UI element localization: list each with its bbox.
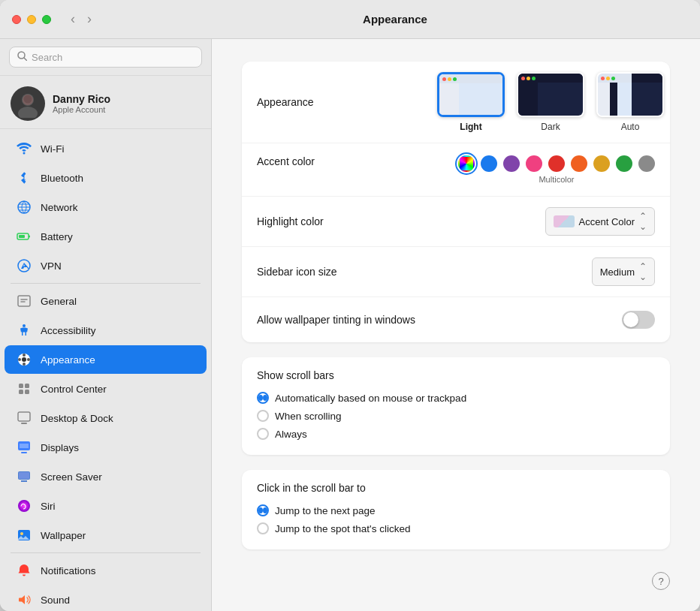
- appearance-icon: [15, 351, 33, 369]
- system-preferences-window: ‹ › Appearance: [0, 0, 700, 611]
- sidebar-item-accessibility[interactable]: Accessibility: [5, 316, 207, 345]
- sidebar-item-controlcenter[interactable]: Control Center: [5, 375, 207, 403]
- sidebar-item-bluetooth[interactable]: Bluetooth: [5, 164, 207, 192]
- click-spot-label: Jump to the spot that's clicked: [275, 523, 410, 534]
- scroll-bar-auto-label: Automatically based on mouse or trackpad: [275, 393, 466, 404]
- scroll-bar-scrolling-radio[interactable]: [257, 410, 269, 422]
- accent-color-blue[interactable]: [481, 155, 497, 172]
- sidebar-item-desktopanddock[interactable]: Desktop & Dock: [5, 404, 207, 432]
- divider-2: [11, 552, 201, 553]
- avatar: [11, 86, 45, 121]
- maximize-button[interactable]: [42, 15, 51, 24]
- displays-icon: [15, 438, 33, 456]
- network-icon: [15, 198, 33, 216]
- svg-rect-8: [29, 236, 30, 238]
- scroll-bar-always-radio[interactable]: [257, 428, 269, 440]
- click-spot-radio[interactable]: [257, 522, 269, 534]
- sidebar-label-siri: Siri: [41, 501, 56, 512]
- svg-point-31: [20, 532, 23, 535]
- tl-dot-6: [532, 77, 536, 80]
- wallpaper-tinting-control: [437, 311, 655, 329]
- color-row: [458, 155, 655, 172]
- appearance-thumb-light[interactable]: [437, 72, 505, 117]
- appearance-thumb-dark[interactable]: [517, 72, 584, 117]
- back-button[interactable]: ‹: [66, 10, 80, 29]
- scroll-bar-always-item[interactable]: Always: [257, 425, 655, 443]
- content-area: Danny Rico Apple Account Wi-Fi: [0, 39, 700, 611]
- search-input[interactable]: [32, 52, 194, 63]
- sidebar-item-general[interactable]: General: [5, 287, 207, 315]
- sidebar-item-wallpaper[interactable]: Wallpaper: [5, 521, 207, 549]
- help-button[interactable]: ?: [652, 572, 670, 590]
- appearance-option-auto-label: Auto: [621, 122, 640, 132]
- tl-dot-4: [521, 77, 525, 80]
- user-profile-item[interactable]: Danny Rico Apple Account: [0, 76, 211, 129]
- highlight-color-picker[interactable]: Accent Color ⌃⌄: [545, 207, 655, 236]
- sidebar-label-general: General: [41, 296, 77, 307]
- sidebar-item-notifications[interactable]: Notifications: [5, 556, 207, 585]
- scroll-bar-scrolling-item[interactable]: When scrolling: [257, 407, 655, 425]
- tl-dot-2: [448, 77, 451, 81]
- svg-rect-25: [21, 423, 27, 424]
- sidebar-item-screensaver[interactable]: Screen Saver: [5, 462, 207, 491]
- appearance-option-dark[interactable]: Dark: [517, 72, 584, 132]
- tl-dot-8: [606, 77, 610, 80]
- svg-point-5: [24, 95, 32, 104]
- sidebar-item-network[interactable]: Network: [5, 193, 207, 221]
- wallpaper-tinting-toggle[interactable]: [622, 311, 655, 329]
- forward-button[interactable]: ›: [83, 10, 96, 29]
- accent-color-control: Multicolor: [437, 155, 655, 184]
- sidebar-item-siri[interactable]: Siri: [5, 492, 207, 520]
- svg-rect-23: [25, 390, 29, 394]
- accent-color-purple[interactable]: [503, 155, 520, 172]
- appearance-option-light[interactable]: Light: [437, 72, 505, 132]
- appearance-option-dark-label: Dark: [541, 122, 560, 132]
- click-next-page-radio[interactable]: [257, 504, 269, 516]
- help-row: ?: [242, 564, 670, 590]
- appearance-thumb-auto[interactable]: [596, 72, 664, 117]
- accent-color-gray[interactable]: [638, 155, 655, 172]
- sidebar-label-sound: Sound: [41, 594, 70, 606]
- sidebar-item-vpn[interactable]: VPN: [5, 251, 207, 280]
- accent-color-multicolor[interactable]: [458, 155, 475, 172]
- bluetooth-icon: [15, 169, 33, 187]
- svg-line-1: [24, 58, 27, 61]
- appearance-control: Light: [437, 72, 664, 132]
- thumb-bar-light: [439, 74, 505, 83]
- accent-color-pink[interactable]: [526, 155, 542, 172]
- user-info: Danny Rico Apple Account: [53, 93, 110, 114]
- sidebar-item-sound[interactable]: Sound: [5, 585, 207, 611]
- svg-point-29: [18, 500, 30, 512]
- accent-color-orange[interactable]: [571, 155, 587, 172]
- sidebar-item-displays[interactable]: Displays: [5, 433, 207, 462]
- sidebar-icon-size-control: Medium ⌃⌄: [437, 257, 655, 286]
- sidebar-item-appearance[interactable]: Appearance: [5, 345, 207, 374]
- sidebar-item-wifi[interactable]: Wi-Fi: [5, 134, 207, 163]
- scroll-bar-auto-item[interactable]: Automatically based on mouse or trackpad: [257, 389, 655, 407]
- sidebar-label-accessibility: Accessibility: [41, 325, 96, 336]
- svg-rect-9: [19, 235, 25, 238]
- accent-color-red[interactable]: [548, 155, 565, 172]
- svg-rect-24: [18, 412, 30, 421]
- close-button[interactable]: [12, 15, 21, 24]
- appearance-option-auto[interactable]: Auto: [596, 72, 664, 132]
- accent-color-label: Accent color: [257, 155, 437, 167]
- click-scroll-bar-section: Click in the scroll bar to Jump to the n…: [242, 470, 670, 549]
- accent-color-row: Accent color: [242, 143, 670, 197]
- sidebar-icon-size-value: Medium: [600, 266, 635, 278]
- search-box: [9, 47, 202, 68]
- accent-color-yellow[interactable]: [593, 155, 610, 172]
- sidebar-label-wifi: Wi-Fi: [41, 143, 64, 155]
- click-next-page-item[interactable]: Jump to the next page: [257, 501, 655, 519]
- radio-fill: [258, 395, 263, 401]
- minimize-button[interactable]: [27, 15, 36, 24]
- show-scroll-bars-title: Show scroll bars: [257, 369, 655, 381]
- scroll-bar-auto-radio[interactable]: [257, 392, 269, 404]
- thumb-light-wrapper: [439, 74, 505, 117]
- sidebar-label-displays: Displays: [41, 442, 79, 453]
- click-spot-item[interactable]: Jump to the spot that's clicked: [257, 519, 655, 537]
- sidebar-icon-size-picker[interactable]: Medium ⌃⌄: [592, 257, 655, 286]
- sidebar-item-battery[interactable]: Battery: [5, 222, 207, 251]
- show-scroll-bars-section: Show scroll bars Automatically based on …: [242, 357, 670, 455]
- accent-color-green[interactable]: [616, 155, 632, 172]
